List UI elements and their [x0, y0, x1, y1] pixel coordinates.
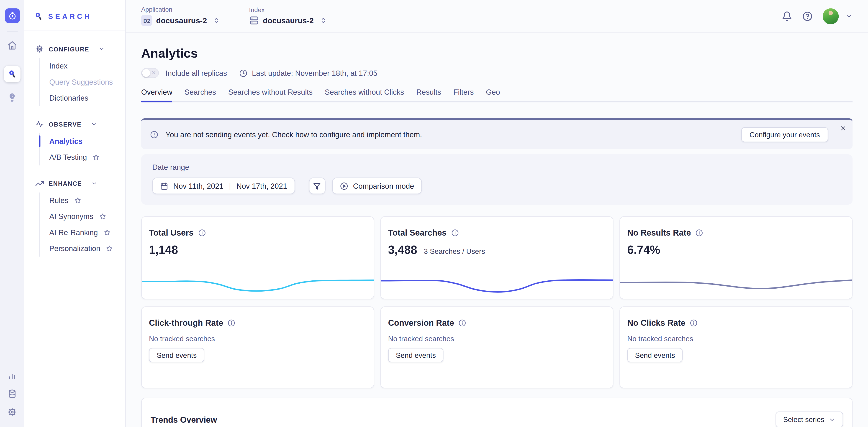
topbar-right [782, 8, 852, 24]
play-circle-icon [340, 182, 348, 190]
metric-cards: Total Users 1,148 Total Searches 3,488 3… [141, 216, 853, 388]
nav-head-enhance[interactable]: ENHANCE [35, 179, 120, 187]
search-logo-icon [34, 11, 43, 21]
star-icon[interactable] [99, 213, 106, 220]
search-logo[interactable]: SEARCH [24, 0, 125, 21]
product-rail [0, 0, 24, 427]
toggle-off-x-icon: ✕ [152, 69, 156, 75]
card-no-results-rate: No Results Rate 6.74% [619, 216, 852, 299]
card-no-clicks-rate: No Clicks Rate No tracked searches Send … [619, 306, 852, 388]
info-icon[interactable] [459, 319, 466, 327]
nav-section-observe: OBSERVE Analytics A/B Testing [35, 120, 120, 165]
sidebar-item-rules[interactable]: Rules [40, 193, 120, 208]
tab-searches-without-results[interactable]: Searches without Results [228, 88, 313, 101]
close-icon[interactable] [840, 125, 846, 132]
search-icon [7, 69, 17, 79]
filter-button[interactable] [309, 177, 325, 194]
total-users-value: 1,148 [149, 243, 178, 257]
nav-head-configure[interactable]: CONFIGURE [35, 45, 120, 53]
date-range-button[interactable]: Nov 11th, 2021|Nov 17th, 2021 [152, 177, 295, 194]
divider [302, 179, 302, 193]
avatar[interactable] [823, 8, 839, 24]
sidebar-item-query-suggestions[interactable]: Query Suggestions [40, 74, 120, 90]
total-searches-sparkline [380, 273, 613, 295]
timer-icon [7, 11, 17, 21]
total-users-sparkline [141, 273, 374, 295]
send-events-button[interactable]: Send events [627, 348, 683, 362]
bar-chart-icon [7, 370, 17, 381]
data-button[interactable] [4, 386, 21, 402]
content: Analytics ✕ Include all replicas Last up… [126, 46, 868, 427]
chevron-down-icon [829, 416, 835, 423]
star-icon[interactable] [106, 245, 113, 252]
searches-per-user: 3 Searches / Users [424, 247, 485, 255]
sort-chevrons-icon [319, 17, 327, 24]
star-icon[interactable] [74, 197, 81, 204]
total-searches-value: 3,488 [388, 243, 417, 257]
info-icon[interactable] [198, 229, 206, 236]
tab-filters[interactable]: Filters [453, 88, 474, 101]
no-tracked-searches: No tracked searches [381, 328, 613, 343]
sidebar-item-personalization[interactable]: Personalization [40, 240, 120, 257]
meta-row: ✕ Include all replicas Last update: Nove… [141, 68, 853, 78]
include-replicas-toggle[interactable]: ✕ [141, 68, 159, 78]
index-value[interactable]: docusaurus-2 [249, 15, 327, 26]
include-replicas-label: Include all replicas [166, 69, 227, 77]
tab-overview[interactable]: Overview [141, 88, 173, 101]
index-label: Index [249, 7, 327, 13]
no-results-rate-sparkline [619, 273, 852, 295]
timer-app-icon[interactable] [5, 8, 20, 23]
rail-bottom-group [4, 367, 21, 427]
send-events-button[interactable]: Send events [388, 348, 443, 362]
tab-searches-without-clicks[interactable]: Searches without Clicks [325, 88, 404, 101]
application-value[interactable]: D2 docusaurus-2 [141, 15, 220, 26]
settings-button[interactable] [4, 404, 21, 420]
activity-icon [35, 120, 44, 128]
logo-text: SEARCH [48, 12, 92, 20]
help-icon [802, 11, 813, 21]
select-series-button[interactable]: Select series [775, 412, 843, 427]
home-icon [7, 40, 17, 50]
clock-icon [239, 69, 247, 77]
calendar-icon [160, 182, 168, 190]
tab-searches[interactable]: Searches [185, 88, 216, 101]
application-badge: D2 [141, 15, 152, 26]
home-button[interactable] [4, 37, 21, 54]
sidebar: SEARCH CONFIGURE Index Query Suggestions [24, 0, 126, 427]
configure-events-button[interactable]: Configure your events [741, 127, 828, 142]
analytics-tabs: Overview Searches Searches without Resul… [141, 88, 853, 102]
send-events-button[interactable]: Send events [149, 348, 205, 362]
gear-icon [7, 407, 17, 417]
nav-head-observe[interactable]: OBSERVE [35, 120, 120, 128]
no-results-rate-value: 6.74% [627, 243, 660, 257]
trending-up-icon [35, 179, 44, 187]
tab-geo[interactable]: Geo [486, 88, 500, 101]
info-icon[interactable] [695, 229, 703, 236]
recommend-product-button[interactable] [4, 89, 21, 106]
sidebar-item-dictionaries[interactable]: Dictionaries [40, 90, 120, 106]
chevron-down-icon[interactable] [845, 12, 853, 20]
help-button[interactable] [802, 11, 813, 21]
star-icon[interactable] [103, 229, 111, 236]
alert-circle-icon [150, 130, 158, 138]
notifications-button[interactable] [782, 11, 792, 21]
info-icon[interactable] [451, 229, 459, 236]
info-icon[interactable] [690, 319, 698, 327]
search-product-button[interactable] [4, 66, 21, 83]
comparison-mode-button[interactable]: Comparison mode [332, 177, 422, 194]
usage-button[interactable] [4, 367, 21, 384]
sidebar-item-ai-re-ranking[interactable]: AI Re-Ranking [40, 225, 120, 240]
star-icon[interactable] [93, 154, 100, 161]
gear-icon [35, 45, 44, 53]
main-area: Application D2 docusaurus-2 Index docusa… [126, 0, 868, 427]
sidebar-item-ab-testing[interactable]: A/B Testing [40, 149, 120, 165]
info-icon[interactable] [227, 319, 235, 327]
tab-results[interactable]: Results [416, 88, 441, 101]
sidebar-item-index[interactable]: Index [40, 58, 120, 74]
card-total-searches: Total Searches 3,488 3 Searches / Users [380, 216, 613, 299]
sidebar-item-ai-synonyms[interactable]: AI Synonyms [40, 208, 120, 224]
application-selector: Application D2 docusaurus-2 [141, 6, 220, 26]
card-conversion-rate: Conversion Rate No tracked searches Send… [380, 306, 613, 388]
rail-divider [7, 31, 18, 31]
sidebar-item-analytics[interactable]: Analytics [40, 133, 120, 149]
